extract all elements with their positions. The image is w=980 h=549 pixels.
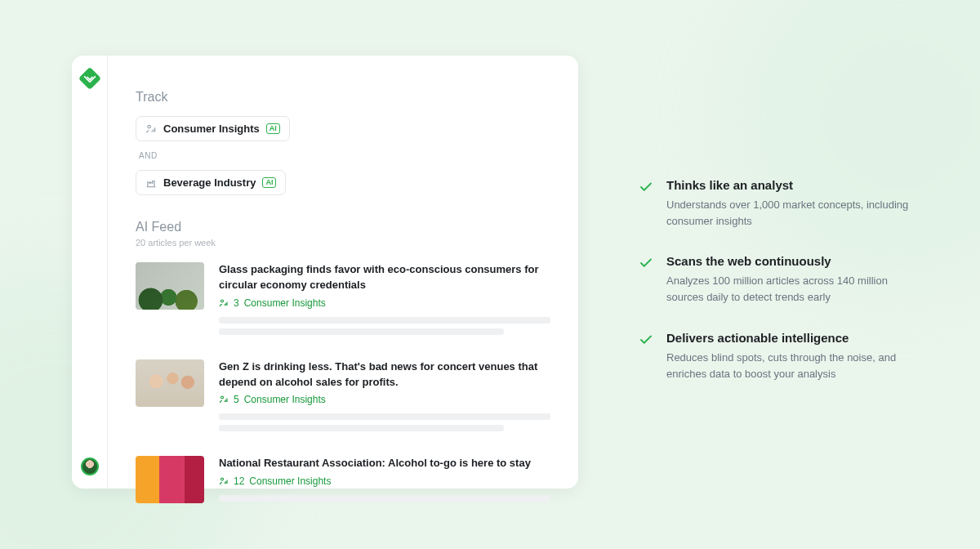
benefit-desc: Understands over 1,000 market concepts, …: [666, 197, 924, 230]
app-panel: Track Consumer Insights AI AND Beverage …: [72, 56, 578, 489]
article-headline: National Restaurant Association: Alcohol…: [219, 456, 550, 471]
person-chart-icon: [219, 476, 229, 486]
chip-label: Consumer Insights: [163, 123, 260, 135]
svg-point-3: [221, 478, 224, 480]
article-tag-label: Consumer Insights: [244, 394, 326, 405]
ai-badge: AI: [262, 177, 276, 188]
left-rail: [72, 56, 108, 489]
check-icon: [639, 256, 653, 306]
ai-badge: AI: [266, 123, 280, 134]
article-card[interactable]: Gen Z is drinking less. That's bad news …: [136, 359, 550, 437]
article-excerpt-skeleton: [219, 317, 550, 335]
check-icon: [639, 333, 653, 382]
benefit-item: Delivers actionable intelligence Reduces…: [639, 331, 924, 382]
article-card[interactable]: Glass packaging finds favor with eco-con…: [136, 262, 550, 340]
track-heading: Track: [136, 90, 550, 105]
person-chart-icon: [145, 123, 157, 135]
benefit-item: Thinks like an analyst Understands over …: [639, 178, 924, 230]
track-operator-and: AND: [139, 151, 550, 160]
factory-icon: [145, 177, 157, 189]
track-chip-consumer-insights[interactable]: Consumer Insights AI: [136, 116, 290, 141]
benefit-item: Scans the web continuously Analyzes 100 …: [639, 254, 924, 306]
person-chart-icon: [219, 395, 229, 404]
chip-label: Beverage Industry: [163, 176, 256, 189]
check-icon: [639, 180, 653, 230]
feed-frequency: 20 articles per week: [136, 238, 550, 248]
benefit-title: Thinks like an analyst: [666, 178, 924, 192]
article-thumbnail: [136, 359, 204, 407]
article-headline: Glass packaging finds favor with eco-con…: [219, 262, 550, 293]
article-tag-label: Consumer Insights: [244, 297, 326, 309]
article-thumbnail: [136, 456, 204, 503]
article-tag-label: Consumer Insights: [249, 475, 331, 487]
article-card[interactable]: National Restaurant Association: Alcohol…: [136, 456, 550, 507]
svg-point-1: [221, 300, 224, 302]
article-headline: Gen Z is drinking less. That's bad news …: [219, 359, 550, 391]
feed-heading: AI Feed: [136, 220, 550, 234]
article-excerpt-skeleton: [219, 413, 550, 431]
article-tag-count: 5: [234, 394, 239, 405]
benefit-title: Scans the web continuously: [666, 254, 924, 268]
svg-point-2: [221, 396, 224, 399]
person-chart-icon: [219, 298, 229, 308]
article-excerpt-skeleton: [219, 495, 550, 502]
benefit-desc: Reduces blind spots, cuts through the no…: [666, 350, 924, 382]
benefits-list: Thinks like an analyst Understands over …: [639, 178, 924, 407]
article-thumbnail: [136, 262, 204, 310]
svg-point-0: [148, 125, 151, 128]
feedly-logo-icon[interactable]: [78, 67, 100, 90]
article-tag[interactable]: 5 Consumer Insights: [219, 394, 550, 405]
article-tag-count: 3: [234, 297, 239, 309]
panel-content: Track Consumer Insights AI AND Beverage …: [108, 56, 578, 489]
article-tag-count: 12: [234, 475, 244, 487]
article-tag[interactable]: 12 Consumer Insights: [219, 475, 550, 487]
avatar[interactable]: [81, 458, 99, 475]
track-chip-beverage-industry[interactable]: Beverage Industry AI: [136, 170, 286, 195]
article-tag[interactable]: 3 Consumer Insights: [219, 297, 550, 309]
benefit-desc: Analyzes 100 million articles across 140…: [666, 273, 924, 306]
benefit-title: Delivers actionable intelligence: [666, 331, 924, 345]
